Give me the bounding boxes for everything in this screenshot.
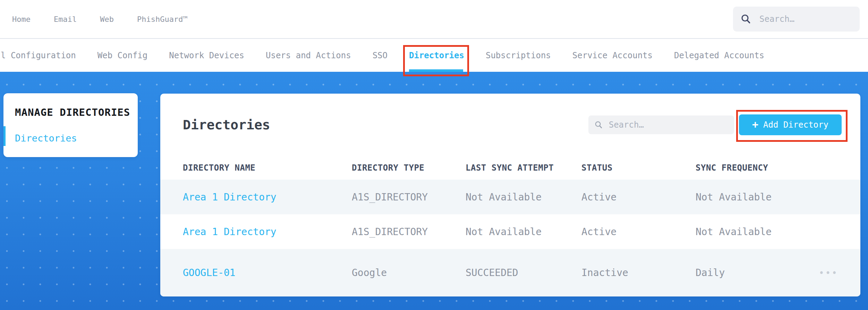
directory-name-link[interactable]: GOOGLE-01 xyxy=(183,267,352,278)
side-card-heading: MANAGE DIRECTORIES xyxy=(15,106,138,118)
plus-icon: + xyxy=(752,119,758,130)
row-actions: ••• xyxy=(819,267,860,278)
table-row: Area 1 DirectoryA1S_DIRECTORYNot Availab… xyxy=(160,180,860,214)
cell-last-sync: Not Available xyxy=(466,191,581,203)
global-search-box[interactable] xyxy=(733,7,860,32)
tab-l-configuration[interactable]: l Configuration xyxy=(1,39,76,72)
tab-directories[interactable]: Directories xyxy=(409,39,464,72)
directory-name-link[interactable]: Area 1 Directory xyxy=(183,191,352,203)
directory-name-link[interactable]: Area 1 Directory xyxy=(183,226,352,238)
directories-search-input[interactable] xyxy=(609,120,729,130)
top-nav-item-email[interactable]: Email xyxy=(54,15,77,24)
tab-service-accounts[interactable]: Service Accounts xyxy=(572,39,653,72)
tab-web-config[interactable]: Web Config xyxy=(97,39,148,72)
top-nav-item-phishguard[interactable]: PhishGuard™ xyxy=(137,15,188,24)
page-title: Directories xyxy=(183,117,270,132)
cell-status: Active xyxy=(581,226,696,238)
tab-label: Subscriptions xyxy=(486,51,551,60)
cell-type: Google xyxy=(352,267,466,278)
add-directory-button-label: Add Directory xyxy=(763,120,828,130)
tab-delegated-accounts[interactable]: Delegated Accounts xyxy=(674,39,764,72)
column-header-sync-frequency: SYNC FREQUENCY xyxy=(696,163,819,173)
directories-search-box[interactable] xyxy=(588,115,734,134)
add-directory-button[interactable]: + Add Directory xyxy=(739,114,842,135)
tab-label: Directories xyxy=(409,51,464,60)
tab-label: Users and Actions xyxy=(266,51,351,60)
search-icon xyxy=(740,13,752,25)
cell-last-sync: Not Available xyxy=(466,226,581,238)
cell-frequency: Daily xyxy=(696,267,819,278)
tab-label: Web Config xyxy=(97,51,148,60)
settings-tab-bar: l ConfigurationWeb ConfigNetwork Devices… xyxy=(0,39,868,72)
active-tab-underline xyxy=(409,69,463,72)
tab-sso[interactable]: SSO xyxy=(373,39,388,72)
top-nav-item-home[interactable]: Home xyxy=(12,15,31,24)
tab-users-and-actions[interactable]: Users and Actions xyxy=(266,39,351,72)
tab-label: Delegated Accounts xyxy=(674,51,764,60)
search-icon xyxy=(594,120,603,130)
panel-header: Directories + Add Directory xyxy=(160,94,860,156)
top-navigation-bar: HomeEmailWebPhishGuard™ xyxy=(0,0,868,38)
tab-label: SSO xyxy=(373,51,388,60)
table-header-row: DIRECTORY NAMEDIRECTORY TYPELAST SYNC AT… xyxy=(160,156,860,180)
cell-status: Active xyxy=(581,191,696,203)
column-header-directory-type: DIRECTORY TYPE xyxy=(352,163,466,173)
global-search-input[interactable] xyxy=(759,14,853,24)
table-row: Area 1 DirectoryA1S_DIRECTORYNot Availab… xyxy=(160,214,860,249)
cell-frequency: Not Available xyxy=(696,226,819,238)
active-item-indicator xyxy=(3,126,6,146)
top-nav-items: HomeEmailWebPhishGuard™ xyxy=(12,15,188,24)
cell-type: A1S_DIRECTORY xyxy=(352,226,466,238)
tab-label: Service Accounts xyxy=(572,51,653,60)
tab-subscriptions[interactable]: Subscriptions xyxy=(486,39,551,72)
ellipsis-menu-icon[interactable]: ••• xyxy=(819,268,838,278)
column-header-status: STATUS xyxy=(581,163,696,173)
tab-label: l Configuration xyxy=(1,51,76,60)
content-background: MANAGE DIRECTORIES Directories DIRECTORY… xyxy=(0,72,868,310)
directories-table: DIRECTORY NAMEDIRECTORY TYPELAST SYNC AT… xyxy=(160,156,860,296)
add-directory-button-wrap: + Add Directory xyxy=(739,114,842,135)
tab-label: Network Devices xyxy=(169,51,244,60)
column-header-last-sync-attempt: LAST SYNC ATTEMPT xyxy=(466,163,581,173)
sidebar-item-directories[interactable]: Directories xyxy=(15,133,138,144)
table-row: GOOGLE-01GoogleSUCCEEDEDInactiveDaily••• xyxy=(160,249,860,296)
column-header-directory-name: DIRECTORY NAME xyxy=(183,163,352,173)
cell-frequency: Not Available xyxy=(696,191,819,203)
cell-last-sync: SUCCEEDED xyxy=(466,267,581,278)
manage-directories-card: MANAGE DIRECTORIES Directories xyxy=(3,93,138,157)
cell-status: Inactive xyxy=(581,267,696,278)
tab-network-devices[interactable]: Network Devices xyxy=(169,39,244,72)
directories-panel: DIRECTORY NAMEDIRECTORY TYPELAST SYNC AT… xyxy=(160,94,860,296)
cell-type: A1S_DIRECTORY xyxy=(352,191,466,203)
top-nav-item-web[interactable]: Web xyxy=(100,15,114,24)
